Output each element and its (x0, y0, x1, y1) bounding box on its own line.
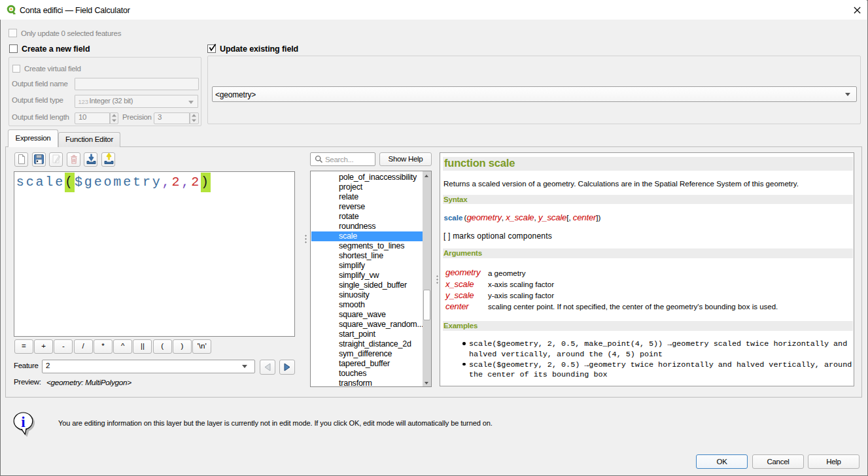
svg-text:i: i (21, 414, 26, 430)
